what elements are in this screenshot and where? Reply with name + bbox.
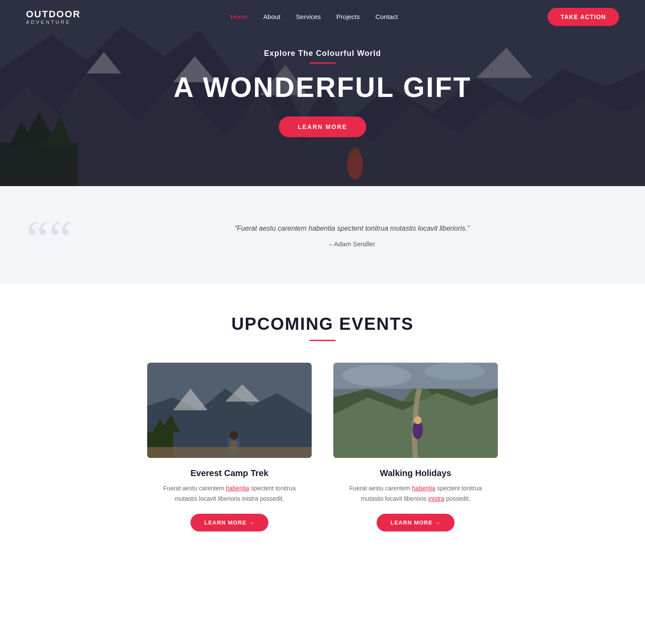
nav-services[interactable]: Services — [296, 13, 321, 20]
events-title: UPCOMING EVENTS — [26, 314, 619, 334]
event-image-1 — [147, 363, 312, 458]
event-desc-1: Fuerat aestu carentem habentia spectent … — [147, 483, 312, 504]
event-learn-more-button-1[interactable]: LEARN MORE → — [190, 514, 268, 531]
hero-subtitle: Explore The Colourful World — [174, 49, 471, 58]
svg-rect-35 — [333, 363, 498, 458]
nav-about[interactable]: About — [263, 13, 280, 20]
svg-rect-25 — [147, 363, 312, 458]
event-title-1: Everest Camp Trek — [147, 468, 312, 478]
logo: OUTDOOR ADVENTURE — [26, 9, 81, 25]
quote-mark: ““ — [26, 219, 72, 260]
hero-title: A WONDERFUL GIFT — [174, 71, 471, 103]
quote-content: “Fuerat aestu carentem habentia spectent… — [85, 222, 619, 248]
hero-learn-more-button[interactable]: LEARN MORE — [279, 116, 366, 137]
hero-divider — [310, 62, 335, 64]
event-card-1: Everest Camp Trek Fuerat aestu carentem … — [147, 363, 312, 531]
events-divider — [310, 340, 335, 341]
brand-sub: ADVENTURE — [26, 19, 81, 25]
quote-text: “Fuerat aestu carentem habentia spectent… — [85, 222, 619, 234]
event-title-2: Walking Holidays — [333, 468, 498, 478]
nav-contact[interactable]: Contact — [375, 13, 398, 20]
navbar: OUTDOOR ADVENTURE Home About Services Pr… — [0, 0, 645, 34]
nav-projects[interactable]: Projects — [336, 13, 360, 20]
nav-links: Home About Services Projects Contact — [230, 13, 398, 21]
nav-home[interactable]: Home — [230, 13, 248, 20]
event-learn-more-button-2[interactable]: LEARN MORE → — [377, 514, 455, 531]
quote-section: ““ “Fuerat aestu carentem habentia spect… — [0, 186, 645, 284]
event-card-2: Walking Holidays Fuerat aestu carentem h… — [333, 363, 498, 531]
event-desc-2: Fuerat aestu carentem habentia spectent … — [333, 483, 498, 504]
hero-section: OUTDOOR ADVENTURE Home About Services Pr… — [0, 0, 645, 186]
take-action-button[interactable]: TAKE ACTION — [548, 8, 619, 26]
brand-name: OUTDOOR — [26, 9, 81, 19]
events-section: UPCOMING EVENTS — [0, 284, 645, 557]
events-grid: Everest Camp Trek Fuerat aestu carentem … — [26, 363, 619, 531]
quote-author: – Adam Sendler — [85, 240, 619, 248]
event-image-2 — [333, 363, 498, 458]
hero-content: Explore The Colourful World A WONDERFUL … — [174, 49, 471, 137]
